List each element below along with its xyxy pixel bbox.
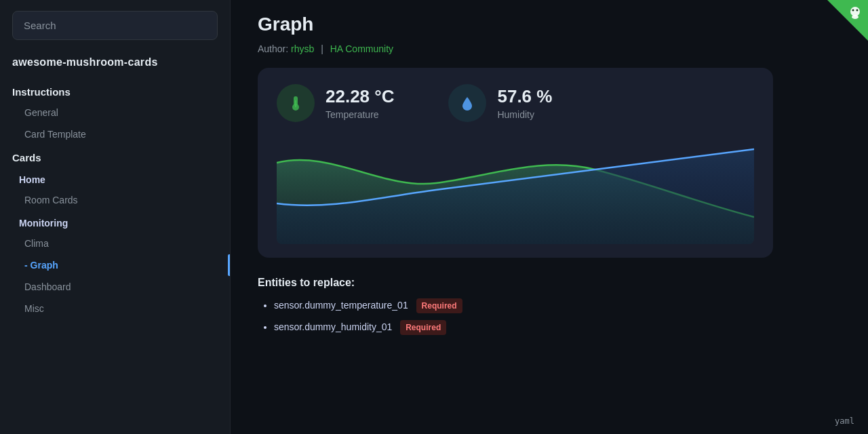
sidebar-item-graph[interactable]: - Graph — [0, 254, 230, 276]
graph-visualization — [277, 136, 754, 244]
svg-rect-6 — [295, 100, 296, 107]
entity-list: sensor.dummy_temperature_01 Required sen… — [258, 298, 841, 335]
main-content: Graph Author: rhysb | HA Community 22.28… — [231, 0, 868, 434]
sidebar-item-room-cards[interactable]: Room Cards — [0, 189, 230, 211]
humidity-info: 57.6 % Humidity — [497, 86, 552, 119]
humidity-label: Humidity — [497, 109, 552, 120]
temperature-stat: 22.28 °C Temperature — [277, 84, 394, 122]
author-label: Author: — [258, 43, 288, 54]
entity-name-2: sensor.dummy_humidity_01 — [274, 321, 392, 332]
svg-point-3 — [856, 9, 859, 12]
card-preview: 22.28 °C Temperature 57.6 % Humidity — [258, 68, 773, 258]
active-indicator-bar — [228, 254, 230, 276]
separator: | — [321, 43, 323, 54]
ha-community-link[interactable]: HA Community — [330, 43, 393, 54]
sidebar-item-dashboard[interactable]: Dashboard — [0, 276, 230, 298]
required-badge-2: Required — [400, 320, 446, 335]
humidity-value: 57.6 % — [497, 86, 552, 107]
sidebar-item-general[interactable]: General — [0, 102, 230, 123]
svg-point-0 — [850, 7, 860, 16]
sidebar-item-misc[interactable]: Misc — [0, 298, 230, 319]
humidity-stat: 57.6 % Humidity — [448, 84, 552, 122]
temperature-info: 22.28 °C Temperature — [326, 86, 394, 119]
sidebar: Search awesome-mushroom-cards Instructio… — [0, 0, 231, 434]
temp-label: Temperature — [326, 109, 394, 120]
nav-subsection-monitoring: Monitoring — [0, 211, 230, 233]
author-name[interactable]: rhysb — [291, 43, 314, 54]
required-badge-1: Required — [416, 298, 462, 313]
svg-point-2 — [852, 9, 854, 12]
author-line: Author: rhysb | HA Community — [258, 43, 841, 54]
entity-item: sensor.dummy_humidity_01 Required — [274, 320, 841, 335]
svg-point-1 — [852, 15, 859, 19]
sidebar-title: awesome-mushroom-cards — [0, 51, 230, 79]
nav-section-instructions: Instructions — [0, 79, 230, 102]
sidebar-item-clima[interactable]: Clima — [0, 233, 230, 254]
yaml-label: yaml — [835, 416, 854, 426]
nav-subsection-home: Home — [0, 167, 230, 189]
entity-item: sensor.dummy_temperature_01 Required — [274, 298, 841, 313]
search-input[interactable]: Search — [12, 11, 218, 40]
nav-section-cards: Cards — [0, 145, 230, 167]
humidity-icon — [448, 84, 486, 122]
entity-name-1: sensor.dummy_temperature_01 — [274, 300, 408, 311]
page-title: Graph — [258, 14, 841, 35]
sidebar-item-card-template[interactable]: Card Template — [0, 123, 230, 145]
card-stats: 22.28 °C Temperature 57.6 % Humidity — [277, 84, 754, 122]
entities-title: Entities to replace: — [258, 277, 841, 289]
temp-value: 22.28 °C — [326, 86, 394, 107]
temperature-icon — [277, 84, 315, 122]
